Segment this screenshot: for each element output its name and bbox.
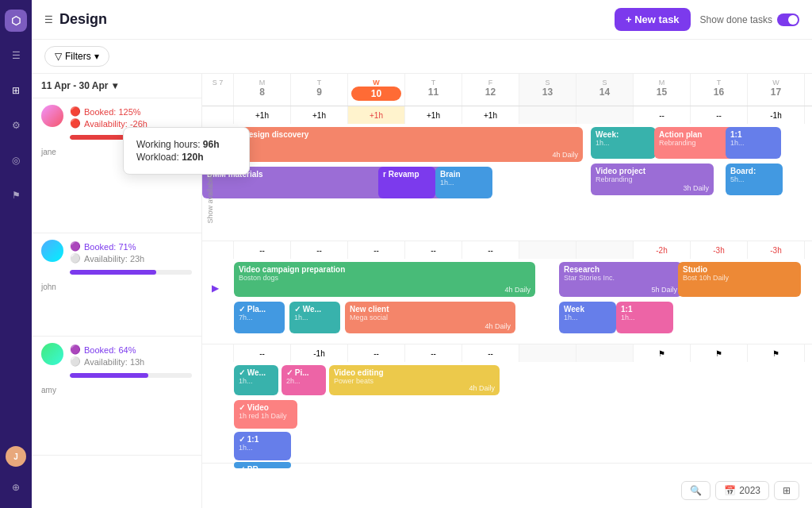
booked-jane: 🔴 Booked: 125% [70,106,192,117]
task-11-amy[interactable]: ✓ 1:1 1h... [234,432,291,460]
col-header-s14: S 14 [576,74,634,106]
person-details-john: 🟣 Booked: 71% ⚪ Availability: 23h [70,240,192,264]
date-range-chevron-icon: ▾ [113,80,117,91]
sidebar-home-icon[interactable]: ⊞ [5,79,27,102]
col-header-m8: M 8 [234,74,291,106]
calendar: 11 Apr - 30 Apr ▾ 🔴 Booked: 125% 🔴 Avail… [32,74,812,508]
filters-label: Filters [65,51,91,62]
avatar-jane [41,105,63,127]
progress-bar-amy [70,373,192,378]
tooltip-box: Working hours: 96h Workload: 120h [123,127,202,175]
task-week-jane-1[interactable]: Week: 1h... [591,127,656,159]
task-pi-amy[interactable]: ✓ Pi... 2h... [282,365,326,395]
main-content: ☰ Design + New task Show done tasks ▽ Fi… [32,0,812,508]
topbar-left: ☰ Design [44,11,107,28]
filters-chevron-icon: ▾ [94,51,99,62]
purple-icon-john: 🟣 [70,241,81,252]
page-title: Design [59,11,107,28]
year-label: 2023 [739,485,760,496]
topbar: ☰ Design + New task Show done tasks [32,0,812,40]
gray-icon-john: ⚪ [70,253,81,264]
progress-fill-john [70,270,156,275]
grid-icon: ⊞ [783,485,791,496]
year-button[interactable]: 📅 2023 [715,481,769,500]
error-icon2-jane: 🔴 [70,118,81,129]
grid-area[interactable]: S 7 M 8 T 9 W 10 T [202,74,812,508]
show-done-tasks-toggle[interactable]: Show done tasks [700,13,799,26]
task-new-client[interactable]: New client Mega social 4h Daily [345,302,515,333]
sidebar-flag-icon[interactable]: ⚑ [5,184,27,206]
task-pl-john[interactable]: ✓ Pla... 7h... [234,302,285,333]
tooltip-working-hours: Working hours: 96h [136,139,202,150]
person-info-amy: 🟣 Booked: 64% ⚪ Availability: 13h [32,337,201,370]
task-studio-bost[interactable]: Studio Bost 10h Daily [678,262,801,297]
done-tasks-toggle-switch[interactable] [777,13,799,26]
col-header-f12: F 12 [462,74,519,106]
task-week-john[interactable]: Week 1h... [559,302,616,333]
jane-grid-row: +1h +1h +1h +1h +1h -- -- -1h -- +4h -- … [202,106,812,241]
search-icon: 🔍 [690,485,702,496]
sidebar-person-icon[interactable]: ◎ [5,149,27,171]
amy-tasks-area: ✓ We... 1h... ✓ Pi... 2h... Video editin… [202,362,812,464]
task-revamp[interactable]: r Revamp [378,167,435,198]
new-task-button[interactable]: + New task [615,8,691,31]
task-we-amy[interactable]: ✓ We... 1h... [234,365,278,395]
date-range-header[interactable]: 11 Apr - 30 Apr ▾ [32,74,201,98]
footer: 🔍 📅 2023 ⊞ [681,481,799,500]
show-done-label: Show done tasks [700,14,772,25]
task-seasonal-design[interactable]: Seasonal design discovery Super SaaS 4h … [202,127,583,162]
person-row-jane: 🔴 Booked: 125% 🔴 Availability: -26h jane [32,98,201,233]
search-zoom-button[interactable]: 🔍 [681,481,710,500]
task-video-project[interactable]: Video project Rebranding 3h Daily [591,164,714,195]
topbar-right: + New task Show done tasks [615,8,799,31]
person-info-john: 🟣 Booked: 71% ⚪ Availability: 23h [32,233,201,267]
jane-tasks-area: Seasonal design discovery Super SaaS 4h … [202,124,812,241]
task-research[interactable]: Research Star Stories Inc. 5h Daily [559,262,682,297]
task-video-campaign[interactable]: Video campaign preparation Boston dogs 4… [234,262,535,297]
task-video-editing[interactable]: Video editing Power beats 4h Daily [329,365,500,395]
john-expand-arrow[interactable]: ▶ [212,283,219,294]
col-header-t11: T 11 [405,74,462,106]
date-range-label: 11 Apr - 30 Apr [41,80,108,91]
progress-bar-john [70,270,192,275]
grid-view-button[interactable]: ⊞ [774,481,799,500]
john-grid-row: -- -- -- -- -- -2h -3h -3h +2h +3h [202,241,812,344]
task-video-amy[interactable]: ✓ Video 1h red 1h Daily [234,400,297,429]
filters-button[interactable]: ▽ Filters ▾ [44,46,109,67]
user-avatar[interactable]: J [6,446,26,467]
person-name-john: john [32,281,201,291]
col-header-m15: M 15 [634,74,691,106]
error-icon-jane: 🔴 [70,106,81,117]
availability-amy: ⚪ Availability: 13h [70,356,192,367]
menu-toggle-icon[interactable]: ☰ [44,14,53,25]
sidebar: ⬡ ☰ ⊞ ⚙ ◎ ⚑ J ⊕ [0,0,32,508]
col-header-s7: S 7 [202,74,234,106]
amy-grid-row: -- -1h -- -- -- ⚑ ⚑ ⚑ ⚑ ⚑ ⚑ [202,344,812,464]
logo[interactable]: ⬡ [5,10,27,32]
sidebar-menu-icon[interactable]: ☰ [5,44,27,67]
task-we-john[interactable]: ✓ We... 1h... [289,302,340,333]
booked-amy: 🟣 Booked: 64% [70,344,192,355]
col-header-t9: T 9 [291,74,348,106]
john-tasks-area: ▶ Video campaign preparation Boston dogs… [202,259,812,344]
task-board[interactable]: Board: 5h... [726,164,783,195]
availability-john: ⚪ Availability: 23h [70,253,192,264]
person-name-amy: amy [32,384,201,394]
task-pr-amy[interactable]: ✓ PR 1h... [234,462,291,468]
task-11-john[interactable]: 1:1 1h... [616,302,673,333]
calendar-icon: 📅 [724,485,736,496]
amy-adj-row: -- -1h -- -- -- ⚑ ⚑ ⚑ ⚑ ⚑ ⚑ [202,344,812,362]
col-header-t16: T 16 [691,74,748,106]
sidebar-add-person-icon[interactable]: ⊕ [5,476,27,498]
col-header-t18: T 18 [805,74,812,106]
person-row-amy: 🟣 Booked: 64% ⚪ Availability: 13h amy [32,337,201,456]
sidebar-gear-icon[interactable]: ⚙ [5,114,27,137]
task-11-jane[interactable]: 1:1 1h... [726,127,781,159]
tooltip-workload: Workload: 120h [136,152,202,163]
filters-bar: ▽ Filters ▾ [32,40,812,74]
person-row-john: 🟣 Booked: 71% ⚪ Availability: 23h john [32,233,201,337]
person-details-jane: 🔴 Booked: 125% 🔴 Availability: -26h [70,105,192,129]
avatar-john [41,240,63,262]
task-brain[interactable]: Brain 1h... [435,167,492,198]
purple-icon-amy: 🟣 [70,344,81,355]
